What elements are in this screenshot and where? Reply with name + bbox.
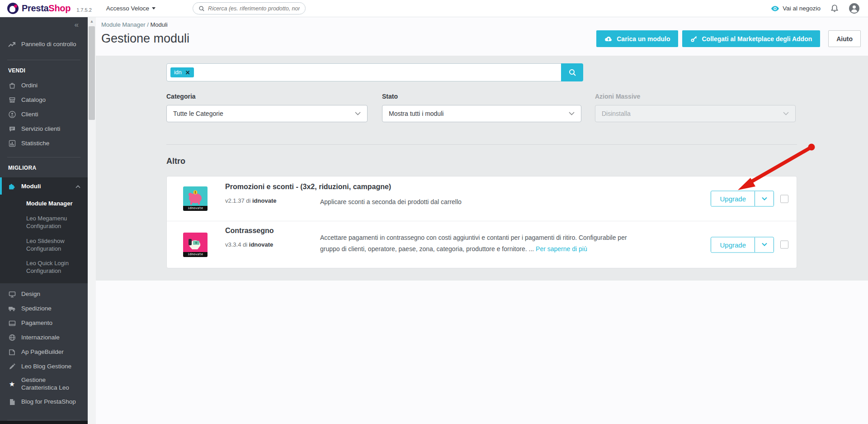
sidebar-subitem-leo-megamenu[interactable]: Leo Megamenu Configuration xyxy=(0,211,84,234)
module-logo-promozioni: idnovate xyxy=(183,186,208,211)
module-category-heading: Altro xyxy=(166,157,185,166)
module-author: idnovate xyxy=(249,241,273,248)
brand-name: PrestaShop xyxy=(22,3,71,14)
sidebar-item-spedizione[interactable]: Spedizione xyxy=(0,301,88,316)
top-header: PrestaShop 1.7.5.2 Accesso Veloce Vai al… xyxy=(0,0,868,17)
search-icon xyxy=(198,5,205,12)
prestashop-logo[interactable]: PrestaShop 1.7.5.2 xyxy=(0,3,92,14)
breadcrumb-current: Moduli xyxy=(150,21,167,28)
sidebar-item-statistiche[interactable]: Statistiche xyxy=(0,136,88,151)
module-list: idnovate Promozioni e sconti - (3x2, rid… xyxy=(166,176,797,268)
upgrade-split-button: Upgrade xyxy=(711,237,774,252)
sidebar-item-pagamento[interactable]: Pagamento xyxy=(0,316,88,330)
module-select-checkbox[interactable] xyxy=(780,195,788,203)
quick-access-menu[interactable]: Accesso Veloce xyxy=(106,5,156,12)
sidebar-active-group: Moduli Module Manager Leo Megamenu Confi… xyxy=(0,177,88,283)
sidebar-subitem-module-manager[interactable]: Module Manager xyxy=(0,196,84,211)
read-more-link[interactable]: Per saperne di più xyxy=(536,245,587,252)
sidebar-section-migliora: MIGLIORA xyxy=(0,157,88,176)
module-version: v3.3.4 di idnovate xyxy=(225,241,273,248)
sidebar-bottom-strip xyxy=(0,421,88,424)
module-version: v2.1.37 di idnovate xyxy=(225,197,276,204)
upgrade-dropdown-toggle[interactable] xyxy=(755,237,774,252)
sidebar: « Pannello di controllo VENDI Ordini Cat… xyxy=(0,17,88,424)
upgrade-dropdown-toggle[interactable] xyxy=(755,191,774,206)
key-icon xyxy=(690,35,698,43)
chevron-down-icon xyxy=(152,7,156,10)
sidebar-subitem-leo-quick-login[interactable]: Leo Quick Login Configuration xyxy=(0,256,84,279)
module-description: Applicare sconti a seconda dei prodotti … xyxy=(320,196,646,208)
view-shop-link[interactable]: Vai al negozio xyxy=(771,5,821,12)
upload-module-button[interactable]: Carica un modulo xyxy=(596,30,678,47)
sidebar-item-servizio-clienti[interactable]: Servizio clienti xyxy=(0,122,88,136)
collapse-icon: « xyxy=(75,20,79,29)
sidebar-item-gestione-caratteristica-leo[interactable]: ★ Gestione Caratteristica Leo xyxy=(0,374,88,395)
chevron-down-icon xyxy=(762,197,767,200)
sidebar-collapse-button[interactable]: « xyxy=(0,17,88,33)
sidebar-item-internazionale[interactable]: Internazionale xyxy=(0,330,88,345)
main-content: Module Manager / Moduli Gestione moduli … xyxy=(96,17,868,424)
chevron-up-icon xyxy=(75,183,80,190)
puzzle-icon xyxy=(8,182,16,190)
sidebar-item-ordini[interactable]: Ordini xyxy=(0,78,88,93)
upgrade-button[interactable]: Upgrade xyxy=(711,191,755,206)
scrollbar-up-arrow-icon[interactable]: ▲ xyxy=(88,17,96,24)
search-tag-chip: idn ✕ xyxy=(170,67,194,77)
status-filter-label: Stato xyxy=(382,93,581,100)
sidebar-item-clienti[interactable]: Clienti xyxy=(0,107,88,122)
prestashop-logo-icon xyxy=(7,3,19,14)
module-name: Promozioni e sconti - (3x2, riduzioni, c… xyxy=(225,183,391,191)
sidebar-item-moduli[interactable]: Moduli xyxy=(0,177,88,195)
sidebar-section-vendi: VENDI xyxy=(0,60,88,78)
addons-marketplace-button[interactable]: Collegati al Marketplace degli Addon xyxy=(682,30,820,47)
module-search-bar[interactable]: idn ✕ xyxy=(166,63,583,81)
stats-icon xyxy=(8,140,16,147)
breadcrumb: Module Manager / Moduli xyxy=(101,21,168,28)
globe-icon xyxy=(8,334,16,341)
search-icon xyxy=(568,68,576,76)
module-name: Contrassegno xyxy=(225,227,274,235)
category-select[interactable]: Tutte le Categorie xyxy=(166,105,368,122)
module-select-checkbox[interactable] xyxy=(780,241,788,249)
category-filter-label: Categoria xyxy=(166,93,368,100)
tag-remove-icon[interactable]: ✕ xyxy=(185,70,190,76)
upgrade-split-button: Upgrade xyxy=(711,191,774,207)
sidebar-item-blog-for-prestashop[interactable]: Blog for PrestaShop xyxy=(0,395,88,409)
sidebar-item-leo-blog-gestione[interactable]: Leo Blog Gestione xyxy=(0,359,88,374)
chevron-down-icon xyxy=(762,243,767,247)
sidebar-item-design[interactable]: Design xyxy=(0,287,88,301)
sidebar-item-dashboard[interactable]: Pannello di controllo xyxy=(0,35,88,53)
help-button[interactable]: Aiuto xyxy=(828,30,861,47)
eye-icon xyxy=(771,5,779,12)
global-search[interactable] xyxy=(193,2,306,14)
breadcrumb-parent[interactable]: Module Manager xyxy=(101,21,146,28)
module-logo-contrassegno: idnovate xyxy=(183,233,208,257)
credit-card-icon xyxy=(8,320,16,326)
shopping-bag-icon xyxy=(8,82,16,89)
chevron-down-icon xyxy=(355,112,361,115)
user-avatar[interactable] xyxy=(849,3,860,14)
global-search-input[interactable] xyxy=(208,5,300,12)
module-description: Accettare pagamenti in contrassegno con … xyxy=(320,232,646,254)
chevron-down-icon xyxy=(783,112,789,115)
module-search-button[interactable] xyxy=(561,63,583,81)
version-label: 1.7.5.2 xyxy=(76,7,92,13)
truck-icon xyxy=(8,305,16,312)
status-select[interactable]: Mostra tutti i moduli xyxy=(382,105,581,122)
page-icon xyxy=(8,349,16,356)
notifications-bell-icon[interactable] xyxy=(830,4,839,13)
upgrade-button[interactable]: Upgrade xyxy=(711,237,755,252)
star-icon: ★ xyxy=(8,380,16,388)
scrollbar-thumb[interactable] xyxy=(89,26,95,120)
sidebar-subitem-leo-slideshow[interactable]: Leo Slideshow Configuration xyxy=(0,234,84,257)
divider xyxy=(166,144,797,145)
module-author: idnovate xyxy=(252,197,276,204)
chat-icon xyxy=(8,125,16,133)
bulk-actions-select[interactable]: Disinstalla xyxy=(595,105,796,122)
sidebar-item-ap-pagebuilder[interactable]: Ap PageBuilder xyxy=(0,345,88,359)
sidebar-item-catalogo[interactable]: Catalogo xyxy=(0,93,88,107)
module-row-promozioni: idnovate Promozioni e sconti - (3x2, rid… xyxy=(167,176,797,221)
trending-up-icon xyxy=(8,41,16,48)
file-icon xyxy=(8,399,16,405)
sidebar-scrollbar[interactable]: ▲ xyxy=(88,17,96,424)
